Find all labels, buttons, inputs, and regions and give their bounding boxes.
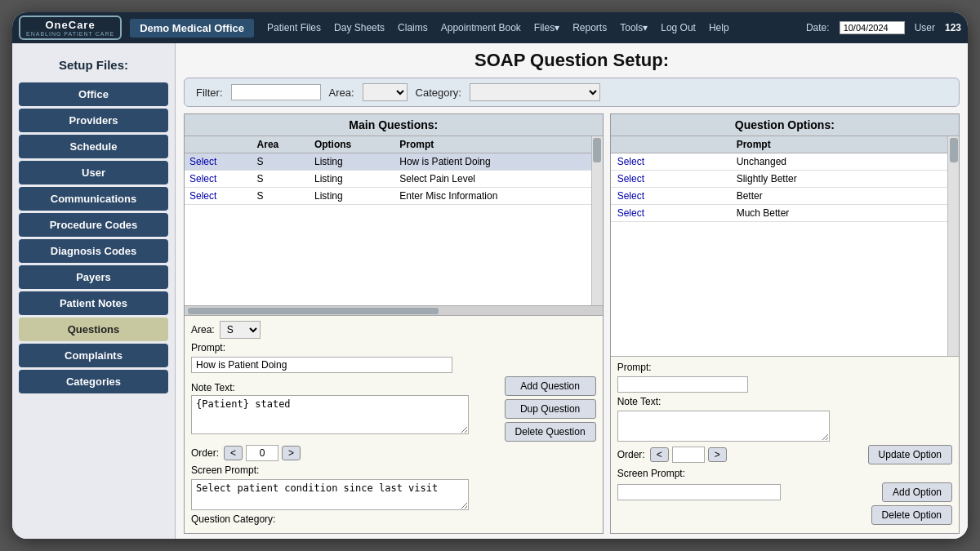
option-prompt: Slightly Better	[730, 171, 947, 188]
question-category-label: Question Category:	[191, 513, 275, 525]
opt-screen-prompt-label: Screen Prompt:	[617, 468, 685, 479]
questions-table: Area Options Prompt Select S Listing How…	[185, 136, 591, 205]
col-area: Area	[252, 136, 310, 153]
nav-appointment-book[interactable]: Appointment Book	[434, 19, 528, 37]
question-table-row[interactable]: Select S Listing Enter Misc Information	[185, 188, 591, 205]
option-form: Prompt: Note Text: Order:	[611, 356, 959, 533]
opt-note-text-area[interactable]	[617, 411, 830, 442]
options-table-scroll[interactable]: Prompt Select Unchanged Select Slightly …	[611, 136, 947, 356]
option-table-row[interactable]: Select Unchanged	[611, 153, 947, 171]
opt-screen-prompt-input[interactable]	[617, 484, 781, 500]
screen-prompt-label: Screen Prompt:	[191, 464, 259, 476]
opt-prompt-label: Prompt:	[617, 362, 652, 373]
option-prompt: Much Better	[730, 205, 947, 222]
dup-question-button[interactable]: Dup Question	[505, 399, 596, 419]
options-vertical-scrollbar[interactable]	[947, 136, 959, 356]
sidebar-item-providers[interactable]: Providers	[19, 109, 168, 132]
opt-delete-row: Delete Option	[617, 505, 952, 525]
date-input[interactable]	[840, 21, 905, 34]
opt-order-increment[interactable]: >	[708, 447, 727, 462]
order-input[interactable]	[246, 445, 278, 461]
opt-note-text-row: Note Text:	[617, 396, 952, 407]
option-select-link[interactable]: Select	[617, 190, 644, 202]
nav-patient-files[interactable]: Patient Files	[261, 19, 327, 37]
questions-vertical-scrollbar[interactable]	[591, 136, 603, 305]
questions-horiz-scrollbar[interactable]	[185, 305, 603, 315]
prompt-input[interactable]	[191, 357, 452, 373]
area-form-select[interactable]: SOAP	[220, 321, 261, 339]
questions-table-scroll[interactable]: Area Options Prompt Select S Listing How…	[185, 136, 591, 305]
sidebar-item-questions[interactable]: Questions	[19, 318, 168, 341]
delete-question-button[interactable]: Delete Question	[505, 422, 596, 442]
opt-prompt-input[interactable]	[617, 376, 748, 393]
note-text-label: Note Text:	[191, 382, 493, 393]
question-options: Listing	[310, 171, 394, 188]
sidebar-item-payers[interactable]: Payers	[19, 265, 168, 289]
page-title: SOAP Question Setup:	[184, 50, 960, 71]
screen-prompt-input-row	[191, 479, 596, 510]
nav-claims[interactable]: Claims	[391, 19, 434, 37]
option-table-row[interactable]: Select Much Better	[611, 205, 947, 222]
opt-order-decrement[interactable]: <	[650, 447, 669, 462]
opt-prompt-input-row	[617, 376, 952, 393]
option-table-row[interactable]: Select Slightly Better	[611, 171, 947, 188]
sidebar-item-complaints[interactable]: Complaints	[19, 344, 168, 367]
question-select-link[interactable]: Select	[189, 190, 216, 202]
sidebar: Setup Files: Office Providers Schedule U…	[12, 43, 176, 539]
filter-input[interactable]	[231, 84, 321, 100]
table-scroll-area: Area Options Prompt Select S Listing How…	[185, 136, 603, 305]
area-form-label: Area:	[191, 324, 215, 335]
category-label: Category:	[416, 87, 461, 99]
question-area: S	[252, 171, 310, 188]
option-select-link[interactable]: Select	[617, 173, 644, 184]
option-table-row[interactable]: Select Better	[611, 188, 947, 205]
nav-reports[interactable]: Reports	[566, 19, 613, 37]
nav-files[interactable]: Files▾	[528, 19, 566, 37]
area-row: Area: SOAP	[191, 321, 596, 339]
nav-logout[interactable]: Log Out	[654, 19, 702, 37]
question-options: Listing	[310, 153, 394, 171]
scroll-thumb	[593, 138, 601, 162]
opt-note-text-input-row	[617, 411, 952, 442]
screen-prompt-area[interactable]	[191, 479, 469, 510]
update-option-button[interactable]: Update Option	[868, 445, 952, 464]
content-area: SOAP Question Setup: Filter: Area: SOAP …	[176, 43, 968, 539]
delete-option-button[interactable]: Delete Option	[871, 505, 952, 525]
opt-order-input[interactable]	[672, 447, 705, 463]
add-question-button[interactable]: Add Question	[505, 376, 596, 396]
options-table: Prompt Select Unchanged Select Slightly …	[611, 136, 947, 222]
note-text-area[interactable]	[191, 395, 469, 434]
sidebar-item-communications[interactable]: Communications	[19, 187, 168, 211]
question-table-row[interactable]: Select S Listing How is Patient Doing	[185, 153, 591, 171]
prompt-row: Prompt:	[191, 342, 596, 353]
nav-help[interactable]: Help	[702, 19, 736, 37]
sidebar-item-user[interactable]: User	[19, 161, 168, 184]
col-prompt: Prompt	[394, 136, 590, 153]
question-select-link[interactable]: Select	[189, 156, 216, 167]
question-prompt: Enter Misc Information	[394, 188, 590, 205]
option-select-link[interactable]: Select	[617, 156, 644, 167]
opt-prompt-row: Prompt:	[617, 362, 952, 373]
question-select-link[interactable]: Select	[189, 173, 216, 184]
area-select[interactable]: SOAP	[363, 83, 408, 101]
sidebar-item-diagnosis-codes[interactable]: Diagnosis Codes	[19, 239, 168, 263]
nav-tools[interactable]: Tools▾	[613, 19, 654, 37]
question-form: Area: SOAP Prompt:	[185, 315, 603, 533]
sidebar-item-patient-notes[interactable]: Patient Notes	[19, 291, 168, 315]
order-increment[interactable]: >	[282, 446, 301, 460]
sidebar-item-office[interactable]: Office	[19, 82, 168, 106]
top-nav: OneCare ENABLING PATIENT CARE Demo Medic…	[12, 12, 968, 43]
sidebar-item-procedure-codes[interactable]: Procedure Codes	[19, 213, 168, 237]
add-option-button[interactable]: Add Option	[882, 482, 952, 502]
question-area: S	[252, 188, 310, 205]
question-table-row[interactable]: Select S Listing Select Pain Level	[185, 171, 591, 188]
order-decrement[interactable]: <	[224, 446, 243, 460]
sidebar-item-schedule[interactable]: Schedule	[19, 135, 168, 158]
option-select-link[interactable]: Select	[617, 207, 644, 219]
opt-order-label: Order:	[617, 449, 645, 460]
category-select[interactable]	[470, 83, 600, 101]
user-value: 123	[945, 22, 961, 33]
sidebar-item-categories[interactable]: Categories	[19, 370, 168, 393]
nav-day-sheets[interactable]: Day Sheets	[327, 19, 391, 37]
sidebar-title: Setup Files:	[19, 51, 168, 80]
